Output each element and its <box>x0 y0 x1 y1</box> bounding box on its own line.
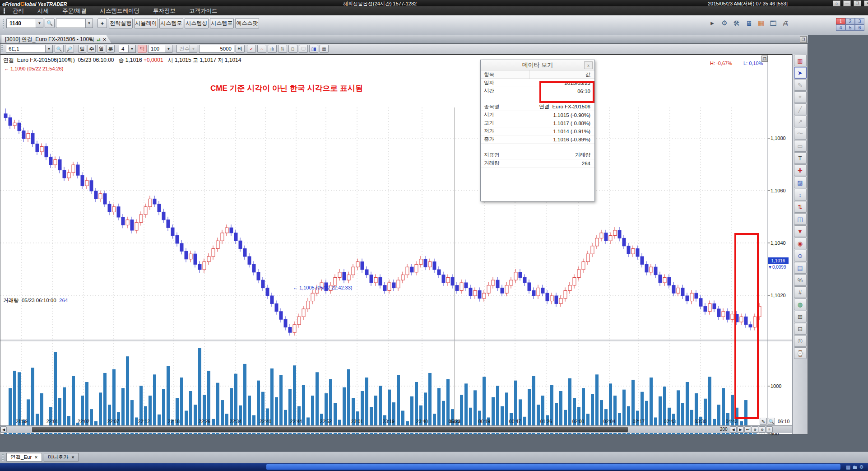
toolbar-button-3[interactable]: 시스템성 <box>185 18 209 28</box>
chevron-down-icon[interactable]: ▼ <box>36 19 43 28</box>
sidebar-tool-14[interactable]: ▼ <box>794 225 807 237</box>
line-check-icon[interactable]: ✓ <box>247 45 256 53</box>
sidebar-tool-4[interactable]: ╱ <box>794 103 807 115</box>
menu-item-4[interactable]: 투자정보 <box>153 7 176 15</box>
chart-toolbar-grip[interactable] <box>1 45 3 52</box>
close-button[interactable]: ✕ <box>864 0 868 6</box>
bottom-tab-1[interactable]: 미니호가✕ <box>44 453 79 462</box>
menu-item-1[interactable]: 시세 <box>37 7 49 15</box>
sidebar-tool-6[interactable]: 〜 <box>794 128 807 140</box>
sidebar-tool-20[interactable]: ◍ <box>794 298 807 310</box>
toolbar-button-5[interactable]: 예스스팟 <box>235 18 259 28</box>
status-icon-2[interactable]: ⚙ <box>859 464 863 470</box>
scroll-button-1[interactable]: ▶ <box>737 426 744 433</box>
sidebar-tool-8[interactable]: T <box>794 152 807 164</box>
sidebar-tool-17[interactable]: ▤ <box>794 262 807 274</box>
symbol-search2-button[interactable]: 🔎 <box>65 45 74 53</box>
sidebar-tool-1[interactable]: ➤ <box>794 67 807 79</box>
candle-icon[interactable]: ▯▮ <box>309 45 318 53</box>
scroll-left-button[interactable]: ◀ <box>0 426 7 433</box>
sidebar-tool-13[interactable]: ◫ <box>794 213 807 225</box>
updown-icon[interactable]: ⇅ <box>278 45 287 53</box>
sidebar-tool-10[interactable]: ▨ <box>794 177 807 188</box>
sidebar-tool-5[interactable]: ↗ <box>794 116 807 127</box>
menu-item-2[interactable]: 주문/체결 <box>62 7 86 15</box>
toolbar-grip[interactable] <box>3 19 4 30</box>
close-icon[interactable]: ✕ <box>103 37 107 42</box>
screen-grid-4[interactable]: 4 <box>836 24 845 31</box>
toolbar-button-0[interactable]: 전략실행 <box>109 18 133 28</box>
screen-grid-3[interactable]: 3 <box>855 18 864 24</box>
tools-icon[interactable]: 🛠 <box>731 18 742 28</box>
layout-grid-icon[interactable]: ▦ <box>756 18 766 28</box>
chevron-down-icon[interactable]: ▼ <box>165 45 172 52</box>
scrollbar-thumb[interactable] <box>32 427 628 432</box>
bottom-tab-0[interactable]: 연결_Eur✕ <box>6 453 42 462</box>
grid-icon[interactable]: ▦ <box>320 45 329 53</box>
screen-icon[interactable]: 🖵 <box>299 45 308 53</box>
minimize-button[interactable]: — <box>843 0 851 6</box>
sidebar-tool-9[interactable]: ✚ <box>794 164 807 176</box>
popup-close-button[interactable]: x <box>584 61 593 69</box>
toolbar-button-1[interactable]: 시뮬레이 <box>134 18 158 28</box>
menu-item-3[interactable]: 시스템트레이딩 <box>100 7 139 15</box>
restore-button[interactable]: ❐ <box>854 0 861 6</box>
sidebar-tool-3[interactable]: ⌖ <box>794 91 807 103</box>
sidebar-tool-22[interactable]: ⊟ <box>794 323 807 335</box>
sidebar-tool-7[interactable]: ▭ <box>794 140 807 152</box>
home-icon[interactable]: ⌂ <box>833 0 840 6</box>
toolbar-button-2[interactable]: 시스템모 <box>159 18 183 28</box>
symbol-combo[interactable]: 6E,1▼ <box>6 45 53 53</box>
close-icon[interactable]: ✕ <box>34 455 38 460</box>
bars-icon[interactable]: ılı <box>268 45 277 53</box>
period-button-0[interactable]: 일 <box>78 45 86 53</box>
bottom-grip[interactable] <box>2 454 4 461</box>
minute-combo[interactable]: 4▼ <box>119 45 136 53</box>
sidebar-tool-16[interactable]: ⊙ <box>794 250 807 261</box>
chevron-down-icon[interactable]: ▼ <box>85 19 93 28</box>
sidebar-tool-11[interactable]: ↕ <box>794 189 807 201</box>
sidebar-tool-21[interactable]: ⊞ <box>794 311 807 322</box>
zoom-button[interactable]: 🔍 <box>768 418 775 425</box>
sidebar-tool-24[interactable]: ⌚ <box>794 347 807 359</box>
scroll-button-3[interactable]: ⊕ <box>752 426 758 433</box>
close-icon[interactable]: ✕ <box>71 455 75 460</box>
screen-search-button[interactable]: 🔍 <box>45 19 55 28</box>
toolbar-button-4[interactable]: 시스템포 <box>210 18 234 28</box>
scroll-button-2[interactable]: ⏭ <box>744 426 751 433</box>
screen-grid-2[interactable]: 2 <box>845 18 855 24</box>
dot-bars-icon[interactable]: ∴ <box>257 45 266 53</box>
period-button-1[interactable]: 주 <box>88 45 96 53</box>
swap-icon[interactable]: ⇄ <box>97 37 100 42</box>
sidebar-tool-2[interactable]: ✎ <box>794 79 807 91</box>
chevron-down-icon[interactable]: ▼ <box>128 45 135 52</box>
status-icon-0[interactable]: ▦ <box>846 464 850 470</box>
period-button-3[interactable]: 분 <box>107 45 115 53</box>
expand-arrow-icon[interactable]: ▸ <box>707 18 718 28</box>
menu-grip[interactable] <box>4 8 5 14</box>
quick-combo[interactable]: ▼ <box>56 19 93 28</box>
sidebar-tool-23[interactable]: ① <box>794 335 807 347</box>
sidebar-tool-12[interactable]: ⇅ <box>794 201 807 213</box>
chevron-down-icon[interactable]: ▼ <box>45 45 52 52</box>
sidebar-tool-18[interactable]: % <box>794 274 807 286</box>
sidebar-tool-15[interactable]: ◉ <box>794 238 807 249</box>
monitor-icon[interactable]: 🖥 <box>743 18 754 28</box>
printer-icon[interactable]: 🖨 <box>780 18 791 28</box>
screen-grid-6[interactable]: 6 <box>855 24 864 31</box>
draw-button[interactable]: ✎ <box>760 418 767 425</box>
screen-grid-1[interactable]: 1 <box>836 18 845 24</box>
sidebar-tool-0[interactable]: ▥ <box>794 55 807 66</box>
add-button[interactable]: + <box>97 19 107 28</box>
screen-grid-5[interactable]: 5 <box>845 24 855 31</box>
period-button-2[interactable]: 월 <box>97 45 105 53</box>
tabs-icon[interactable]: 🗔 <box>768 18 779 28</box>
page-icon[interactable]: 🗋 <box>288 45 297 53</box>
pane-maximize-button[interactable]: ❐ <box>761 56 768 62</box>
chart-tab[interactable]: [3010] 연결_Euro FX-201506 - 100틱 ⇄ ✕ <box>1 35 111 43</box>
scroll-button-4[interactable]: ⊖ <box>759 426 766 433</box>
symbol-search-button[interactable]: 🔍 <box>55 45 64 53</box>
bar-count-input[interactable]: 5000 <box>199 45 234 53</box>
tick-count-combo[interactable]: 100▼ <box>148 45 172 53</box>
scroll-button-5[interactable]: ≡ <box>766 426 773 433</box>
